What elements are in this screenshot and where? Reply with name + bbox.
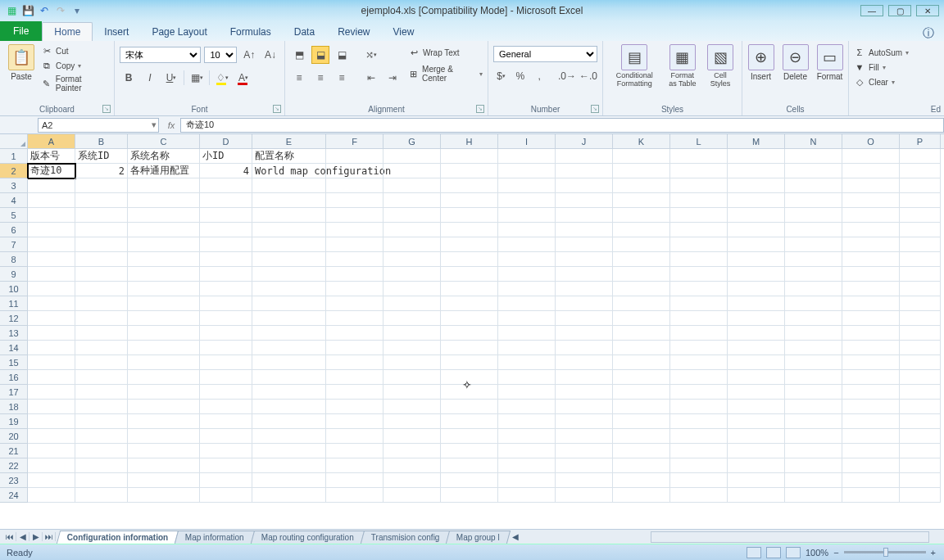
cell[interactable]	[900, 370, 941, 385]
normal-view-button[interactable]	[747, 547, 761, 558]
col-header[interactable]: A	[28, 134, 75, 148]
cell[interactable]	[441, 223, 498, 237]
cell[interactable]	[75, 400, 128, 414]
cell[interactable]	[326, 223, 384, 237]
cell[interactable]	[670, 385, 728, 400]
cell[interactable]	[900, 223, 941, 237]
col-header[interactable]: P	[900, 134, 941, 148]
cell[interactable]	[785, 223, 842, 237]
cell[interactable]	[384, 252, 441, 267]
cell[interactable]	[384, 267, 441, 282]
font-size-select[interactable]: 10	[204, 47, 237, 63]
name-box[interactable]: A2▾	[38, 118, 159, 133]
cell[interactable]	[75, 458, 128, 473]
cell[interactable]	[75, 341, 128, 355]
cell[interactable]	[441, 164, 498, 178]
sheet-tab-scroll-icon[interactable]: ◀	[509, 532, 522, 541]
cell[interactable]	[728, 385, 785, 400]
cell[interactable]	[28, 429, 75, 444]
cell[interactable]	[613, 385, 670, 400]
tab-insert[interactable]: Insert	[93, 23, 140, 41]
cell[interactable]	[252, 355, 326, 370]
col-header[interactable]: B	[75, 134, 128, 148]
cell[interactable]	[785, 429, 842, 444]
cell[interactable]	[556, 458, 613, 473]
cell[interactable]	[613, 429, 670, 444]
cell[interactable]	[556, 193, 613, 208]
cell[interactable]: 4	[200, 164, 252, 178]
cell[interactable]	[326, 458, 384, 473]
select-all-corner[interactable]	[0, 134, 28, 148]
cell[interactable]	[75, 488, 128, 503]
cell[interactable]	[252, 282, 326, 296]
cell[interactable]	[498, 355, 556, 370]
sheet-nav-prev-icon[interactable]: ◀	[16, 532, 30, 541]
cell[interactable]	[498, 429, 556, 444]
row-header[interactable]: 14	[0, 341, 28, 355]
cell[interactable]	[441, 193, 498, 208]
align-right-button[interactable]: ≡	[333, 69, 351, 87]
cell[interactable]	[252, 473, 326, 488]
cell[interactable]	[128, 252, 200, 267]
cell[interactable]	[556, 267, 613, 282]
cell[interactable]	[75, 326, 128, 341]
align-top-button[interactable]: ⬒	[290, 46, 308, 64]
cell[interactable]	[613, 414, 670, 429]
cell[interactable]	[384, 237, 441, 252]
cell[interactable]	[200, 178, 252, 193]
row-header[interactable]: 20	[0, 429, 28, 444]
cell[interactable]	[556, 488, 613, 503]
cell[interactable]	[728, 414, 785, 429]
cell[interactable]	[842, 267, 900, 282]
cell[interactable]	[200, 370, 252, 385]
clear-button[interactable]: ◇Clear ▾	[854, 75, 939, 88]
cell[interactable]	[128, 237, 200, 252]
row-header[interactable]: 23	[0, 473, 28, 488]
cell[interactable]	[613, 488, 670, 503]
cell[interactable]	[728, 473, 785, 488]
col-header[interactable]: J	[556, 134, 613, 148]
cell[interactable]	[441, 296, 498, 311]
cell[interactable]	[785, 149, 842, 164]
cell[interactable]	[28, 458, 75, 473]
align-bottom-button[interactable]: ⬓	[333, 46, 351, 64]
cell[interactable]	[785, 473, 842, 488]
sheet-tab[interactable]: Configuration information	[57, 531, 179, 544]
cell[interactable]	[498, 400, 556, 414]
cell[interactable]	[785, 370, 842, 385]
cell[interactable]	[128, 370, 200, 385]
currency-button[interactable]: $▾	[493, 67, 509, 85]
col-header[interactable]: M	[728, 134, 785, 148]
cell[interactable]	[128, 311, 200, 326]
paste-button[interactable]: 📋 Paste	[5, 43, 38, 83]
cell[interactable]: 小ID	[200, 149, 252, 164]
cell[interactable]	[441, 311, 498, 326]
cell[interactable]	[900, 385, 941, 400]
zoom-out-button[interactable]: −	[833, 548, 838, 558]
cell[interactable]	[498, 223, 556, 237]
cell[interactable]	[200, 326, 252, 341]
file-tab[interactable]: File	[0, 21, 42, 41]
cell[interactable]	[670, 193, 728, 208]
cell[interactable]	[613, 267, 670, 282]
cell[interactable]	[441, 149, 498, 164]
undo-icon[interactable]: ↶	[38, 4, 51, 17]
cell[interactable]	[785, 178, 842, 193]
number-format-select[interactable]: General	[493, 46, 597, 62]
cell[interactable]	[842, 473, 900, 488]
underline-button[interactable]: U▾	[162, 69, 180, 87]
cell[interactable]	[75, 223, 128, 237]
cell[interactable]	[128, 296, 200, 311]
cell[interactable]	[842, 237, 900, 252]
cell[interactable]	[75, 296, 128, 311]
cell[interactable]	[728, 370, 785, 385]
cell[interactable]	[498, 282, 556, 296]
cell[interactable]	[252, 252, 326, 267]
cell[interactable]	[200, 444, 252, 458]
row-header[interactable]: 2	[0, 164, 28, 178]
cell[interactable]	[670, 223, 728, 237]
cell[interactable]	[498, 326, 556, 341]
cell[interactable]	[128, 326, 200, 341]
cell[interactable]	[670, 429, 728, 444]
cell[interactable]	[326, 193, 384, 208]
